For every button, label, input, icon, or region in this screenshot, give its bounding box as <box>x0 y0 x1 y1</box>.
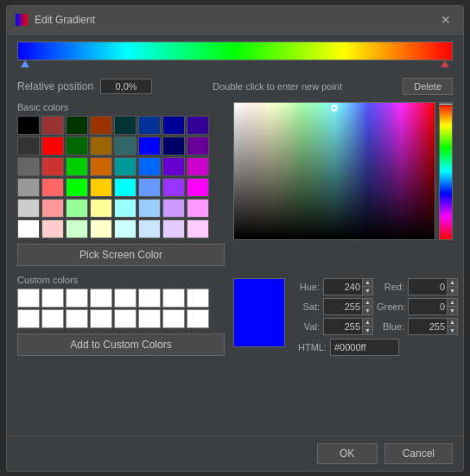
basic-color-swatch[interactable] <box>66 199 88 218</box>
basic-color-swatch[interactable] <box>187 219 209 238</box>
basic-color-swatch[interactable] <box>90 178 112 197</box>
basic-color-swatch[interactable] <box>66 116 88 135</box>
double-click-hint: Double click to enter new point <box>159 81 396 92</box>
green-spin-up[interactable]: ▲ <box>448 299 457 308</box>
basic-color-swatch[interactable] <box>162 136 185 155</box>
ok-button[interactable]: OK <box>317 443 378 464</box>
basic-color-swatch[interactable] <box>187 178 209 197</box>
basic-color-swatch[interactable] <box>66 219 88 238</box>
basic-color-swatch[interactable] <box>90 219 112 238</box>
basic-color-swatch[interactable] <box>138 219 161 238</box>
blue-input[interactable] <box>408 318 448 335</box>
basic-color-swatch[interactable] <box>17 116 40 135</box>
basic-color-swatch[interactable] <box>114 136 137 155</box>
sat-label: Sat: <box>292 301 320 312</box>
delete-button[interactable]: Delete <box>403 78 453 95</box>
cancel-button[interactable]: Cancel <box>384 443 453 464</box>
basic-color-swatch[interactable] <box>90 116 112 135</box>
basic-color-swatch[interactable] <box>187 157 209 176</box>
pick-screen-color-button[interactable]: Pick Screen Color <box>17 244 225 266</box>
hue-red-row: Hue: ▲ ▼ Red: ▲ <box>292 278 458 295</box>
add-to-custom-colors-button[interactable]: Add to Custom Colors <box>17 333 225 356</box>
basic-color-swatch[interactable] <box>41 199 64 218</box>
basic-color-swatch[interactable] <box>162 157 185 176</box>
relative-position-input[interactable] <box>100 79 152 94</box>
basic-color-swatch[interactable] <box>90 157 112 176</box>
red-spin-down[interactable]: ▼ <box>448 287 457 295</box>
basic-color-swatch[interactable] <box>66 157 88 176</box>
blue-spin-up[interactable]: ▲ <box>448 319 457 327</box>
basic-color-swatch[interactable] <box>138 178 161 197</box>
basic-color-swatch[interactable] <box>138 116 161 135</box>
relative-position-label: Relative position <box>17 80 93 92</box>
custom-color-swatch[interactable] <box>114 309 137 328</box>
basic-color-swatch[interactable] <box>17 219 40 238</box>
basic-color-swatch[interactable] <box>114 199 137 218</box>
basic-color-swatch[interactable] <box>138 136 161 155</box>
gradient-marker-right[interactable] <box>441 60 449 67</box>
html-input[interactable] <box>330 339 399 356</box>
basic-color-swatch[interactable] <box>17 199 40 218</box>
basic-color-swatch[interactable] <box>162 178 185 197</box>
basic-color-swatch[interactable] <box>66 178 88 197</box>
custom-color-swatch[interactable] <box>187 309 209 328</box>
basic-color-swatch[interactable] <box>90 136 112 155</box>
blue-spin-down[interactable]: ▼ <box>448 327 457 334</box>
basic-color-swatch[interactable] <box>187 136 209 155</box>
red-spin-up[interactable]: ▲ <box>448 279 457 288</box>
val-input[interactable] <box>323 318 363 335</box>
sat-spin-down[interactable]: ▼ <box>363 307 372 314</box>
basic-color-swatch[interactable] <box>41 219 64 238</box>
val-spin-down[interactable]: ▼ <box>363 327 372 334</box>
basic-color-swatch[interactable] <box>17 157 40 176</box>
hue-slider[interactable] <box>439 102 453 240</box>
hue-spin-down[interactable]: ▼ <box>363 287 372 295</box>
custom-color-swatch[interactable] <box>138 309 161 328</box>
custom-color-swatch[interactable] <box>187 289 209 308</box>
basic-color-swatch[interactable] <box>162 219 185 238</box>
close-button[interactable]: ✕ <box>437 11 454 29</box>
basic-color-swatch[interactable] <box>114 178 137 197</box>
basic-color-swatch[interactable] <box>162 116 185 135</box>
saturation-value-picker[interactable] <box>233 102 435 240</box>
basic-color-swatch[interactable] <box>41 136 64 155</box>
basic-color-swatch[interactable] <box>41 178 64 197</box>
sat-spin-up[interactable]: ▲ <box>363 299 372 308</box>
basic-color-swatch[interactable] <box>66 136 88 155</box>
basic-colors-grid <box>17 116 225 238</box>
custom-color-swatch[interactable] <box>90 289 112 308</box>
basic-color-swatch[interactable] <box>17 178 40 197</box>
custom-color-swatch[interactable] <box>41 289 64 308</box>
custom-color-swatch[interactable] <box>162 289 185 308</box>
sat-input[interactable] <box>323 298 363 315</box>
basic-color-swatch[interactable] <box>187 199 209 218</box>
basic-color-swatch[interactable] <box>41 157 64 176</box>
basic-color-swatch[interactable] <box>114 116 137 135</box>
basic-color-swatch[interactable] <box>114 157 137 176</box>
hue-spin-up[interactable]: ▲ <box>363 279 372 288</box>
gradient-bar[interactable] <box>17 41 453 60</box>
hue-input[interactable] <box>323 278 363 295</box>
custom-color-swatch[interactable] <box>17 289 40 308</box>
green-input[interactable] <box>408 298 448 315</box>
custom-color-swatch[interactable] <box>162 309 185 328</box>
red-input[interactable] <box>408 278 448 295</box>
basic-color-swatch[interactable] <box>114 219 137 238</box>
gradient-marker-left[interactable] <box>21 60 29 67</box>
val-spin-up[interactable]: ▲ <box>363 319 372 327</box>
custom-color-swatch[interactable] <box>66 289 88 308</box>
basic-color-swatch[interactable] <box>162 199 185 218</box>
basic-color-swatch[interactable] <box>138 199 161 218</box>
basic-color-swatch[interactable] <box>17 136 40 155</box>
custom-color-swatch[interactable] <box>114 289 137 308</box>
custom-color-swatch[interactable] <box>90 309 112 328</box>
basic-color-swatch[interactable] <box>187 116 209 135</box>
green-spin-down[interactable]: ▼ <box>448 307 457 314</box>
custom-color-swatch[interactable] <box>138 289 161 308</box>
basic-color-swatch[interactable] <box>90 199 112 218</box>
basic-color-swatch[interactable] <box>41 116 64 135</box>
custom-color-swatch[interactable] <box>66 309 88 328</box>
basic-color-swatch[interactable] <box>138 157 161 176</box>
custom-color-swatch[interactable] <box>17 309 40 328</box>
custom-color-swatch[interactable] <box>41 309 64 328</box>
